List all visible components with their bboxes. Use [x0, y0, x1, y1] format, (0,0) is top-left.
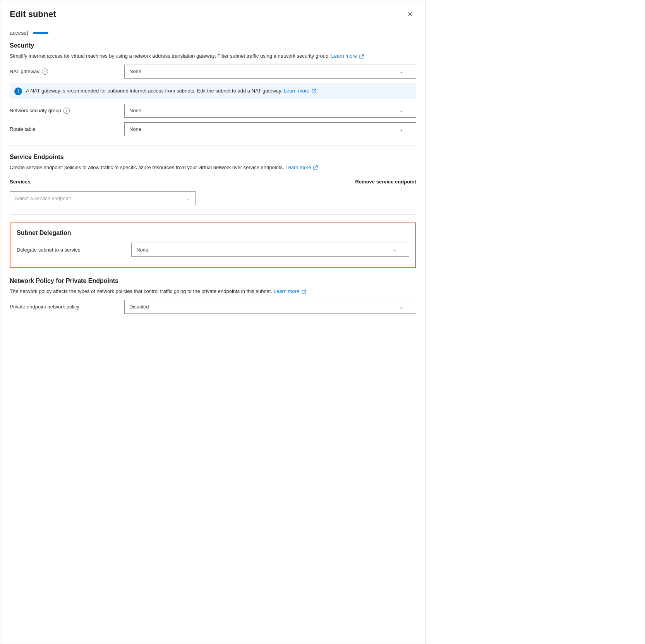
services-column-header: Services	[10, 179, 31, 185]
remove-column-header: Remove service endpoint	[355, 179, 417, 185]
private-endpoint-policy-chevron-icon: ⌄	[400, 304, 403, 310]
service-endpoint-placeholder: Select a service endpoint	[15, 195, 71, 201]
nat-external-link-icon	[312, 89, 316, 93]
nsg-info-icon[interactable]: i	[63, 108, 70, 114]
security-title: Security	[10, 42, 416, 49]
blue-progress-bar	[33, 32, 48, 34]
panel-header: Edit subnet ✕	[0, 0, 425, 27]
private-endpoint-policy-select[interactable]: Disabled ⌄	[124, 300, 416, 314]
nat-gateway-select[interactable]: None ⌄	[124, 65, 416, 79]
subnet-delegation-section: Subnet Delegation Delegate subnet to a s…	[10, 223, 416, 268]
nat-gateway-label: NAT gateway i	[10, 69, 118, 75]
network-security-group-label: Network security group i	[10, 108, 118, 114]
close-icon: ✕	[407, 10, 413, 19]
security-description: Simplify internet access for virtual mac…	[10, 52, 416, 60]
endpoints-table-header: Services Remove service endpoint	[10, 176, 416, 188]
service-endpoint-chevron-icon: ⌄	[186, 195, 190, 201]
private-endpoint-policy-label: Private endpoint network policy	[10, 304, 118, 310]
nsg-chevron-icon: ⌄	[400, 108, 403, 113]
delegate-subnet-row: Delegate subnet to a service None ⌄	[17, 243, 409, 257]
nat-gateway-info-icon[interactable]: i	[42, 69, 48, 75]
panel-content: access) Security Simplify internet acces…	[0, 27, 425, 314]
service-endpoint-select[interactable]: Select a service endpoint ⌄	[10, 191, 196, 205]
subnet-delegation-title: Subnet Delegation	[17, 230, 409, 236]
network-policy-section: Network Policy for Private Endpoints The…	[10, 277, 416, 314]
network-security-group-row: Network security group i None ⌄	[10, 104, 416, 118]
service-endpoints-section: Service Endpoints Create service endpoin…	[10, 154, 416, 206]
edit-subnet-panel: Edit subnet ✕ access) Security Simplify …	[0, 0, 426, 644]
network-policy-description: The network policy affects the types of …	[10, 288, 416, 295]
nat-gateway-info-banner: i A NAT gateway is recommended for outbo…	[10, 83, 416, 99]
nat-gateway-chevron-icon: ⌄	[400, 69, 403, 74]
route-table-label: Route table	[10, 126, 118, 132]
info-banner-text: A NAT gateway is recommended for outboun…	[26, 87, 316, 95]
security-section: Security Simplify internet access for vi…	[10, 42, 416, 136]
delegate-subnet-select[interactable]: None ⌄	[131, 243, 409, 257]
network-policy-learn-more-link[interactable]: Learn more	[274, 288, 306, 294]
access-text: access)	[10, 30, 28, 36]
service-endpoints-external-link-icon	[313, 165, 318, 170]
service-endpoints-description: Create service endpoint policies to allo…	[10, 164, 416, 171]
route-table-chevron-icon: ⌄	[400, 127, 403, 132]
external-link-icon	[359, 54, 364, 59]
info-banner-icon: i	[14, 87, 22, 95]
network-policy-external-link-icon	[302, 289, 306, 294]
endpoints-table: Services Remove service endpoint Select …	[10, 176, 416, 205]
route-table-select[interactable]: None ⌄	[124, 122, 416, 136]
nat-gateway-row: NAT gateway i None ⌄	[10, 65, 416, 79]
panel-title: Edit subnet	[10, 9, 56, 19]
access-row: access)	[10, 27, 416, 42]
delegate-subnet-chevron-icon: ⌄	[393, 247, 396, 252]
nat-learn-more-link[interactable]: Learn more	[284, 88, 316, 94]
delegate-subnet-label: Delegate subnet to a service	[17, 247, 125, 253]
route-table-row: Route table None ⌄	[10, 122, 416, 136]
security-learn-more-link[interactable]: Learn more	[331, 53, 364, 59]
divider-1	[10, 146, 416, 146]
service-endpoints-learn-more-link[interactable]: Learn more	[285, 164, 318, 170]
service-endpoints-title: Service Endpoints	[10, 154, 416, 161]
close-button[interactable]: ✕	[404, 8, 416, 21]
nsg-select[interactable]: None ⌄	[124, 104, 416, 118]
private-endpoint-policy-row: Private endpoint network policy Disabled…	[10, 300, 416, 314]
network-policy-title: Network Policy for Private Endpoints	[10, 277, 416, 284]
divider-2	[10, 214, 416, 215]
